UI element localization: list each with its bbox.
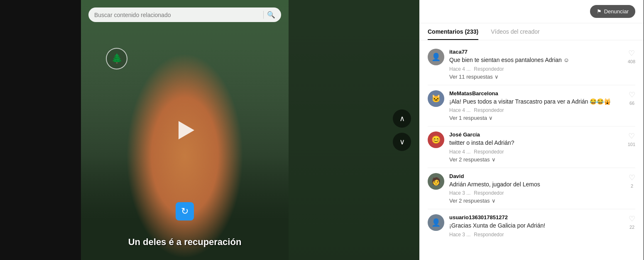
comments-header: ⚑ Denunciar [419, 0, 644, 23]
avatar: 👤 [428, 214, 444, 231]
chevron-down-icon: ∨ [495, 74, 499, 80]
left-panel [0, 0, 81, 260]
comment-meta: Hace 3 ... Respondedor [449, 190, 624, 196]
flag-icon: ⚑ [597, 8, 602, 15]
tabs-row: Comentarios (233) Vídeos del creador [419, 23, 644, 40]
tab-creator-videos[interactable]: Vídeos del creador [491, 23, 540, 40]
like-count: 66 [629, 101, 634, 106]
avatar: 🧑 [428, 173, 444, 190]
avatar: 😊 [428, 131, 444, 148]
comment-responder[interactable]: Respondedor [474, 232, 504, 238]
chevron-down-icon: ∨ [489, 115, 493, 121]
comment-responder[interactable]: Respondedor [474, 66, 504, 72]
comment-text: Que bien te sientan esos pantalones Adri… [449, 56, 623, 64]
comment-username: itaca77 [449, 49, 623, 55]
comments-panel: ⚑ Denunciar Comentarios (233) Vídeos del… [419, 0, 644, 260]
video-subtitle: Un deles é a recuperación [81, 237, 289, 248]
like-count: 2 [631, 183, 633, 188]
comment-body: José García twitter o insta del Adrián? … [449, 131, 623, 163]
comment-responder[interactable]: Respondedor [474, 107, 504, 113]
comment-username: usuario1363017851272 [449, 214, 624, 220]
like-count: 101 [628, 142, 635, 147]
comment-time: Hace 4 ... [449, 66, 470, 72]
play-button[interactable] [172, 118, 197, 143]
heart-icon[interactable]: ♡ [629, 90, 635, 99]
nav-arrows: ∧ ∨ [393, 109, 411, 151]
comment-replies[interactable]: Ver 2 respuestas ∨ [449, 198, 624, 204]
comment-username: David [449, 173, 624, 179]
nav-up-button[interactable]: ∧ [393, 109, 411, 128]
search-bar: 🔍 [88, 7, 281, 22]
like-area: ♡ 2 [629, 173, 635, 188]
comments-list: 👤 itaca77 Que bien te sientan esos panta… [419, 40, 644, 260]
comment-responder[interactable]: Respondedor [474, 149, 504, 155]
tree-icon: 🌲 [106, 48, 127, 69]
comment-body: David Adrián Armesto, jugador del Lemos … [449, 173, 624, 204]
comment-time: Hace 3 ... [449, 232, 470, 238]
chevron-down-icon: ∨ [492, 156, 496, 163]
comment-body: itaca77 Que bien te sientan esos pantalo… [449, 49, 623, 80]
comment-time: Hace 4 ... [449, 149, 470, 155]
report-button[interactable]: ⚑ Denunciar [590, 5, 635, 18]
search-input[interactable] [94, 12, 260, 18]
tab-comments[interactable]: Comentarios (233) [428, 23, 478, 40]
comment-meta: Hace 3 ... Respondedor [449, 232, 624, 238]
avatar: 👤 [428, 49, 444, 65]
right-video-bg: ∧ ∨ [289, 0, 419, 260]
comment-responder[interactable]: Respondedor [474, 190, 504, 196]
comment-replies[interactable]: Ver 11 respuestas ∨ [449, 74, 623, 80]
like-area: ♡ 66 [629, 90, 635, 106]
comment-username: MeMatasBarcelona [449, 90, 624, 97]
list-item: 🐱 MeMatasBarcelona ¡Ala! Pues todos a vi… [419, 85, 644, 126]
like-area: ♡ 22 [629, 214, 635, 230]
video-container: 🔍 🌲 ↻ Un deles é a recuperación [81, 0, 289, 260]
comment-meta: Hace 4 ... Respondedor [449, 107, 624, 113]
replay-button[interactable]: ↻ [176, 202, 194, 220]
comment-text: twitter o insta del Adrián? [449, 139, 623, 147]
comment-replies[interactable]: Ver 2 respuestas ∨ [449, 156, 623, 163]
heart-icon[interactable]: ♡ [629, 173, 635, 182]
play-triangle-icon [179, 121, 194, 139]
comment-username: José García [449, 131, 623, 138]
comment-time: Hace 4 ... [449, 107, 470, 113]
heart-icon[interactable]: ♡ [628, 131, 635, 141]
comment-meta: Hace 4 ... Respondedor [449, 149, 623, 155]
comment-replies[interactable]: Ver 1 respuesta ∨ [449, 115, 624, 121]
like-area: ♡ 408 [628, 49, 635, 64]
chevron-down-icon: ∨ [492, 198, 496, 204]
search-button[interactable]: 🔍 [263, 11, 275, 19]
nav-down-button[interactable]: ∨ [393, 133, 411, 151]
comment-text: ¡Ala! Pues todos a visitar Trascastro pa… [449, 98, 624, 106]
comment-text: ¡Gracias Xunta de Galicia por Adrián! [449, 222, 624, 230]
like-area: ♡ 101 [628, 131, 635, 147]
comment-text: Adrián Armesto, jugador del Lemos [449, 181, 624, 189]
report-label: Denunciar [604, 8, 629, 15]
like-count: 408 [628, 59, 635, 64]
comment-time: Hace 3 ... [449, 190, 470, 196]
heart-icon[interactable]: ♡ [628, 49, 635, 58]
comment-body: MeMatasBarcelona ¡Ala! Pues todos a visi… [449, 90, 624, 121]
list-item: 🧑 David Adrián Armesto, jugador del Lemo… [419, 168, 644, 209]
comment-body: usuario1363017851272 ¡Gracias Xunta de G… [449, 214, 624, 239]
list-item: 👤 itaca77 Que bien te sientan esos panta… [419, 44, 644, 85]
heart-icon[interactable]: ♡ [629, 214, 635, 223]
avatar: 🐱 [428, 90, 444, 107]
list-item: 😊 José García twitter o insta del Adrián… [419, 126, 644, 168]
list-item: 👤 usuario1363017851272 ¡Gracias Xunta de… [419, 209, 644, 244]
like-count: 22 [629, 225, 634, 230]
comment-meta: Hace 4 ... Respondedor [449, 66, 623, 72]
